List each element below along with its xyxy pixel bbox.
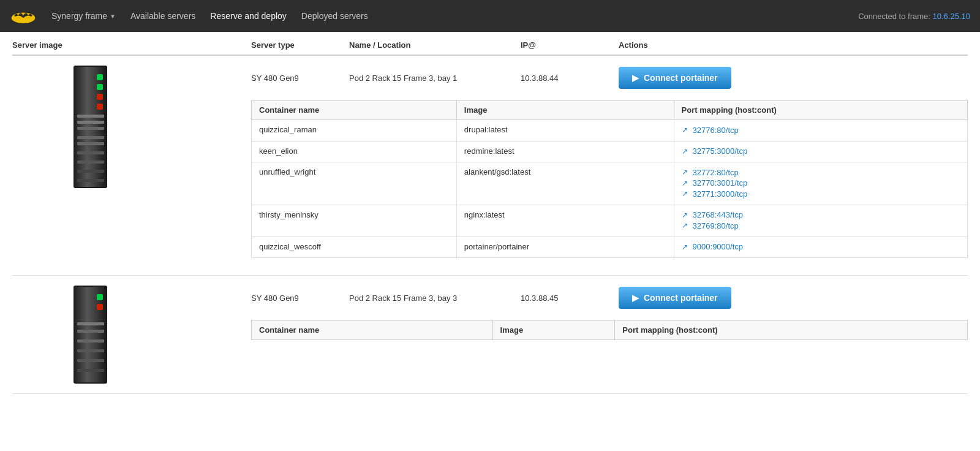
- main-content: Server image Server type Name / Location…: [0, 34, 980, 394]
- server-blade-image: [74, 66, 107, 188]
- svg-rect-14: [77, 170, 104, 173]
- server-blade-image-2: [74, 286, 107, 384]
- external-link-icon: ↗: [682, 126, 690, 134]
- containers-header-row-2: Container name Image Port mapping (host:…: [252, 320, 968, 340]
- col-port-mapping: Port mapping (host:cont): [674, 100, 967, 120]
- port-link[interactable]: ↗32776:80/tcp: [682, 126, 739, 135]
- svg-rect-19: [97, 304, 103, 310]
- external-link-icon: ↗: [682, 147, 690, 156]
- containers-header-row: Container name Image Port mapping (host:…: [252, 100, 968, 120]
- container-image-cell: nginx:latest: [456, 205, 674, 237]
- svg-rect-6: [97, 104, 103, 110]
- port-link[interactable]: ↗32769:80/tcp: [682, 221, 739, 230]
- server-image-col-2: [12, 276, 251, 393]
- table-row: unruffled_wright alankent/gsd:latest ↗32…: [252, 162, 968, 205]
- svg-rect-3: [97, 74, 103, 80]
- svg-rect-5: [97, 94, 103, 100]
- connect-portainer-button-2[interactable]: ▶ Connect portainer: [619, 287, 731, 309]
- nav-synergy-frame[interactable]: Synergy frame ▼: [51, 11, 116, 21]
- server-actions: ▶ Connect portainer: [619, 67, 968, 89]
- frame-ip-link[interactable]: 10.6.25.10: [933, 12, 970, 21]
- col-server-image: Server image: [12, 40, 251, 50]
- port-link[interactable]: ↗32771:3000/tcp: [682, 189, 748, 199]
- server-ip: 10.3.88.44: [521, 74, 619, 83]
- server-type-2: SY 480 Gen9: [251, 294, 349, 303]
- external-link-icon: ↗: [682, 189, 690, 198]
- port-link[interactable]: ↗32770:3001/tcp: [682, 178, 748, 188]
- container-name-cell: keen_elion: [252, 141, 457, 162]
- server-info-row-2: SY 480 Gen9 Pod 2 Rack 15 Frame 3, bay 3…: [251, 283, 968, 315]
- container-ports-cell: ↗32768:443/tcp↗32769:80/tcp: [674, 205, 967, 237]
- col-ip: IP@: [521, 40, 619, 50]
- table-row: thirsty_meninsky nginx:latest ↗32768:443…: [252, 205, 968, 237]
- container-name-cell: thirsty_meninsky: [252, 205, 457, 237]
- svg-rect-20: [77, 322, 104, 325]
- container-ports-cell: ↗32776:80/tcp: [674, 120, 967, 142]
- container-ports-cell: ↗32775:3000/tcp: [674, 141, 967, 162]
- external-link-icon: ↗: [682, 221, 690, 230]
- col-image: Image: [456, 100, 674, 120]
- svg-rect-17: [75, 287, 106, 382]
- col-actions: Actions: [619, 40, 968, 50]
- container-name-cell: unruffled_wright: [252, 162, 457, 205]
- col-container-name: Container name: [252, 100, 457, 120]
- table-header: Server image Server type Name / Location…: [12, 34, 968, 56]
- port-link[interactable]: ↗32768:443/tcp: [682, 210, 743, 219]
- svg-rect-11: [77, 142, 104, 145]
- navbar: Synergy frame ▼ Available servers Reserv…: [0, 0, 980, 32]
- svg-rect-25: [77, 369, 104, 372]
- server-row: SY 480 Gen9 Pod 2 Rack 15 Frame 3, bay 1…: [12, 56, 968, 276]
- nav-reserve-deploy[interactable]: Reserve and deploy: [210, 11, 287, 21]
- svg-rect-23: [77, 349, 104, 352]
- container-ports-cell: ↗32772:80/tcp↗32770:3001/tcp↗32771:3000/…: [674, 162, 967, 205]
- svg-rect-22: [77, 339, 104, 343]
- svg-rect-24: [77, 359, 104, 362]
- external-link-icon: ↗: [682, 168, 690, 176]
- server-details-col: SY 480 Gen9 Pod 2 Rack 15 Frame 3, bay 1…: [251, 56, 968, 275]
- server-details-col-2: SY 480 Gen9 Pod 2 Rack 15 Frame 3, bay 3…: [251, 276, 968, 393]
- svg-rect-18: [97, 294, 103, 300]
- container-name-cell: quizzical_wescoff: [252, 237, 457, 258]
- server-type: SY 480 Gen9: [251, 74, 349, 83]
- nav-available-servers[interactable]: Available servers: [130, 11, 195, 21]
- external-link-icon: ↗: [682, 243, 690, 251]
- container-image-cell: drupal:latest: [456, 120, 674, 142]
- server-info-row: SY 480 Gen9 Pod 2 Rack 15 Frame 3, bay 1…: [251, 63, 968, 95]
- table-row: quizzical_wescoff portainer/portainer ↗9…: [252, 237, 968, 258]
- col-image-2: Image: [492, 320, 615, 340]
- server-location-2: Pod 2 Rack 15 Frame 3, bay 3: [349, 294, 521, 303]
- server-ip-2: 10.3.88.45: [521, 294, 619, 303]
- port-link[interactable]: ↗32775:3000/tcp: [682, 146, 748, 156]
- server-actions-2: ▶ Connect portainer: [619, 287, 968, 309]
- server-row: SY 480 Gen9 Pod 2 Rack 15 Frame 3, bay 3…: [12, 276, 968, 394]
- server-location: Pod 2 Rack 15 Frame 3, bay 1: [349, 74, 521, 83]
- connect-portainer-button-1[interactable]: ▶ Connect portainer: [619, 67, 731, 89]
- connection-status: Connected to frame: 10.6.25.10: [858, 12, 970, 21]
- container-name-cell: quizzical_raman: [252, 120, 457, 142]
- svg-rect-15: [77, 179, 104, 182]
- external-link-icon: ↗: [682, 179, 690, 188]
- container-image-cell: alankent/gsd:latest: [456, 162, 674, 205]
- col-name-location: Name / Location: [349, 40, 521, 50]
- port-link[interactable]: ↗32772:80/tcp: [682, 168, 739, 177]
- port-link[interactable]: ↗9000:9000/tcp: [682, 242, 743, 251]
- svg-rect-4: [97, 84, 103, 90]
- col-port-mapping-2: Port mapping (host:cont): [615, 320, 968, 340]
- dropdown-arrow: ▼: [110, 13, 116, 20]
- svg-rect-7: [77, 115, 104, 118]
- svg-rect-8: [77, 121, 104, 124]
- table-row: keen_elion redmine:latest ↗32775:3000/tc…: [252, 141, 968, 162]
- container-image-cell: redmine:latest: [456, 141, 674, 162]
- container-ports-cell: ↗9000:9000/tcp: [674, 237, 967, 258]
- containers-tbody-1: quizzical_raman drupal:latest ↗32776:80/…: [252, 120, 968, 258]
- svg-rect-9: [77, 127, 104, 130]
- svg-rect-10: [77, 136, 104, 139]
- svg-rect-12: [77, 151, 104, 154]
- svg-rect-21: [77, 330, 104, 333]
- brand-logo: [10, 2, 37, 29]
- nav-deployed-servers[interactable]: Deployed servers: [301, 11, 368, 21]
- external-link-icon: ↗: [682, 211, 690, 219]
- containers-table-1: Container name Image Port mapping (host:…: [251, 100, 968, 258]
- play-icon-2: ▶: [632, 293, 639, 303]
- svg-rect-13: [77, 161, 104, 164]
